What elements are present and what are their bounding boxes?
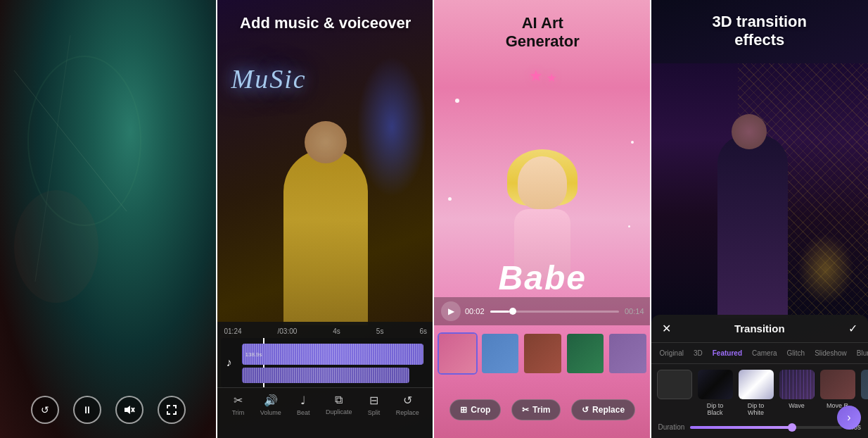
panel-transitions: 3D transitioneffects ✕ Transition ✓ Orig…	[651, 0, 869, 438]
svg-line-0	[14, 70, 127, 211]
tab-featured[interactable]: Featured	[708, 347, 747, 359]
thumb-image-4	[567, 334, 604, 373]
duration-row: Duration 0.6s	[651, 420, 869, 434]
video-progress-fill	[490, 311, 510, 313]
crop-icon: ⊞	[460, 405, 467, 415]
transition-none[interactable]	[657, 370, 692, 416]
clip-action-buttons: ⊞ Crop ✂ Trim ↺ Replace	[434, 399, 651, 420]
barbie-hair	[507, 149, 577, 206]
trim-scissors-icon: ✂	[522, 405, 529, 415]
trim-tool[interactable]: ✂ Trim	[232, 394, 245, 416]
transition-extra-1[interactable]	[861, 370, 869, 416]
transition-panel-title: Transition	[734, 323, 785, 334]
volume-label: Volume	[260, 409, 281, 416]
music-neon-text: MuSic	[231, 63, 307, 94]
star-2: ★	[547, 71, 556, 85]
split-label: Split	[368, 409, 381, 416]
apply-transition-button[interactable]: ›	[837, 406, 861, 430]
beat-icon: ♩	[300, 394, 306, 407]
waveform-display	[242, 344, 424, 365]
crop-button[interactable]: ⊞ Crop	[449, 399, 501, 420]
crop-label: Crop	[471, 405, 490, 415]
transition-confirm-button[interactable]: ✓	[848, 322, 857, 335]
timeline-header: 01:24 /03:00 4s 5s 6s	[217, 327, 435, 335]
panel-2-header: Add music & voiceover	[217, 0, 435, 39]
current-time: 01:24	[224, 327, 242, 335]
duration-slider[interactable]	[690, 426, 842, 429]
panel-4-header: 3D transitioneffects	[651, 0, 869, 56]
thumbnail-2[interactable]	[480, 332, 521, 375]
transition-wave-label: Wave	[789, 402, 805, 409]
tab-3d[interactable]: 3D	[689, 347, 708, 359]
transition-close-button[interactable]: ✕	[662, 322, 671, 335]
transition-wave[interactable]: Wave	[779, 370, 815, 416]
duplicate-label: Duplicate	[326, 408, 352, 415]
duration-fill	[690, 426, 796, 429]
panel-2-title: Add music & voiceover	[224, 14, 428, 32]
replace-label: Replace	[592, 405, 625, 415]
video-current-time: 00:02	[465, 307, 485, 315]
panel-video-player: ↺ ⏸	[0, 0, 217, 438]
star-decorations: ★ ★	[529, 67, 556, 85]
replace-icon-2: ↺	[403, 394, 412, 407]
timeline-tick-2: 5s	[376, 327, 384, 335]
panel-4-title: 3D transitioneffects	[658, 13, 862, 50]
singer-figure	[283, 149, 368, 325]
trim-button[interactable]: ✂ Trim	[511, 399, 561, 420]
blue-smoke-effect	[357, 56, 427, 197]
duplicate-tool[interactable]: ⧉ Duplicate	[326, 394, 352, 416]
timeline-tracks[interactable]: 138.9s 96s ♪	[221, 338, 431, 387]
transition-dip-black[interactable]: Dip toBlack	[698, 370, 733, 416]
replace-button[interactable]: ↺ Replace	[571, 399, 635, 420]
split-tool[interactable]: ⊟ Split	[368, 394, 381, 416]
thumbnail-5[interactable]	[608, 332, 648, 375]
duration-label: Duration	[658, 423, 685, 431]
tab-blur[interactable]: Blur	[852, 347, 868, 359]
panel-3-header: AI ArtGenerator	[434, 0, 651, 58]
beat-label: Beat	[297, 409, 310, 416]
transition-items-row: Dip toBlack Dip toWhite Wave Move R	[651, 364, 869, 420]
transition-thumb-none	[657, 370, 692, 399]
panel-3-title: AI ArtGenerator	[441, 14, 644, 51]
transition-thumb-move-r	[820, 370, 855, 399]
thumb-image-1	[439, 334, 476, 373]
tab-glitch[interactable]: Glitch	[782, 347, 810, 359]
sparkle-1	[455, 99, 459, 103]
video-progress-bar[interactable]	[490, 311, 619, 313]
thumb-image-2	[482, 334, 519, 373]
audio-track-secondary[interactable]: 96s	[242, 368, 410, 383]
tab-original[interactable]: Original	[655, 347, 689, 359]
timeline-tick-3: 6s	[419, 327, 427, 335]
transition-dip-white[interactable]: Dip toWhite	[739, 370, 774, 416]
tab-slideshow[interactable]: Slideshow	[810, 347, 852, 359]
video-progress-dot	[509, 308, 516, 315]
panel-music: Add music & voiceover MuSic 01:24 /03:00…	[217, 0, 435, 438]
svg-point-3	[14, 190, 98, 303]
track-1-label: 138.9s	[245, 351, 262, 358]
trim-button-label: Trim	[532, 405, 550, 415]
transition-dip-white-label: Dip toWhite	[748, 402, 765, 416]
person-head	[732, 114, 767, 149]
model-figure	[651, 63, 869, 318]
babe-text: Babe	[499, 258, 587, 297]
transition-top-bar: ✕ Transition ✓	[651, 315, 869, 343]
replace-label-2: Replace	[396, 409, 419, 416]
transition-options-panel: ✕ Transition ✓ Original 3D Featured Came…	[651, 315, 869, 438]
thumbnail-3[interactable]	[523, 332, 563, 375]
transition-thumb-dip-black	[698, 370, 733, 399]
video-playback-controls: ▶ 00:02 00:14	[434, 297, 651, 325]
video-total-time: 00:14	[625, 307, 644, 315]
play-button[interactable]: ▶	[441, 301, 461, 321]
waveform-2-display	[242, 368, 410, 383]
beat-tool[interactable]: ♩ Beat	[297, 394, 310, 416]
thumbnail-1[interactable]	[438, 332, 478, 375]
total-time: /03:00	[278, 327, 298, 335]
replace-tool-2[interactable]: ↺ Replace	[396, 394, 419, 416]
volume-tool[interactable]: 🔊 Volume	[260, 394, 281, 416]
audio-track-main[interactable]: 138.9s	[242, 344, 424, 365]
thumbnail-4[interactable]	[566, 332, 606, 375]
transition-thumb-dip-white	[739, 370, 774, 399]
tab-camera[interactable]: Camera	[747, 347, 782, 359]
barbie-head	[518, 156, 567, 209]
trim-icon: ✂	[234, 394, 243, 407]
